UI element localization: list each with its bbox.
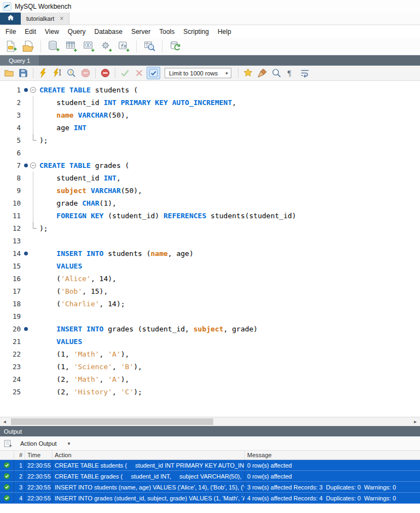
status-success-icon xyxy=(0,493,14,503)
editor-horizontal-scrollbar[interactable]: ◄ ► xyxy=(0,417,420,426)
save-script-button[interactable] xyxy=(16,67,30,79)
fold-guide-line xyxy=(33,184,33,197)
commit-button[interactable] xyxy=(118,67,132,79)
line-number: 13 xyxy=(0,237,21,245)
code-token: , xyxy=(232,98,236,107)
beautify-button[interactable] xyxy=(255,67,269,79)
execute-button[interactable] xyxy=(36,67,50,79)
menu-file[interactable]: File xyxy=(1,25,20,38)
code-token: CREATE TABLE xyxy=(39,86,91,94)
sql-editor[interactable]: 1CREATE TABLE students (2 student_id INT… xyxy=(0,81,420,417)
fold-guide-line xyxy=(33,96,33,109)
stop-on-error-button[interactable] xyxy=(98,67,112,79)
rollback-button[interactable] xyxy=(132,67,146,79)
scrollbar-track[interactable] xyxy=(9,417,411,427)
open-sql-script-button[interactable] xyxy=(20,39,36,54)
new-table-button[interactable] xyxy=(63,39,79,54)
new-function-button[interactable]: fx xyxy=(115,39,132,54)
new-schema-button[interactable] xyxy=(45,39,62,54)
code-token: subject xyxy=(194,325,224,333)
code-text: CREATE TABLE students ( xyxy=(39,86,138,94)
save-snippet-button[interactable] xyxy=(241,67,255,79)
code-token: 'Math' xyxy=(74,350,100,358)
gutter-markers xyxy=(21,235,39,247)
code-token: 'A' xyxy=(108,350,120,358)
gutter-markers xyxy=(21,272,39,285)
gutter-markers xyxy=(21,209,39,222)
code-token: students ( xyxy=(103,249,150,258)
editor-line: 16 ('Alice', 14), xyxy=(0,272,420,285)
output-row[interactable]: 222:30:55CREATE TABLE grades ( student_i… xyxy=(0,471,420,482)
query-tab-label: Query 1 xyxy=(9,57,30,64)
fold-collapse-icon[interactable] xyxy=(30,162,36,168)
output-row[interactable]: 322:30:55INSERT INTO students (name, age… xyxy=(0,482,420,493)
code-token: INT xyxy=(103,174,116,182)
code-token: grades ( xyxy=(91,161,129,170)
tab-close-icon[interactable]: × xyxy=(60,15,63,22)
wrap-text-button[interactable] xyxy=(298,67,312,79)
code-token: grades (student_id, xyxy=(103,325,193,333)
output-row[interactable]: 422:30:55INSERT INTO grades (student_id,… xyxy=(0,493,420,504)
code-text: ('Bob', 15), xyxy=(39,287,108,295)
execute-current-button[interactable] xyxy=(50,67,64,79)
code-token: 'C' xyxy=(121,388,133,396)
menu-view[interactable]: View xyxy=(40,25,63,38)
toolbar-separator xyxy=(238,68,238,78)
code-text: subject VARCHAR(50), xyxy=(39,186,142,195)
code-token: , 14), xyxy=(91,275,116,283)
stop-button[interactable] xyxy=(79,67,92,79)
search-table-data-button[interactable] xyxy=(141,39,158,54)
code-token xyxy=(39,111,56,119)
menu-database[interactable]: Database xyxy=(90,25,127,38)
menu-edit[interactable]: Edit xyxy=(20,25,40,38)
home-icon xyxy=(7,14,15,24)
scroll-right-arrow-icon[interactable]: ► xyxy=(411,419,420,424)
gutter-markers xyxy=(21,335,39,348)
editor-line: 24 (2, 'Math', 'A'), xyxy=(0,373,420,386)
menu-tools[interactable]: Tools xyxy=(155,25,179,38)
reconnect-dbms-button[interactable] xyxy=(167,39,183,54)
limit-rows-dropdown[interactable]: Limit to 1000 rows▾ xyxy=(165,68,231,78)
invisible-chars-button[interactable]: ¶ xyxy=(284,67,298,79)
menu-bar: FileEditViewQueryDatabaseServerToolsScri… xyxy=(0,25,420,38)
gutter-markers xyxy=(21,260,39,272)
code-token: CHAR xyxy=(82,199,99,207)
row-number-cell: 3 xyxy=(14,482,25,492)
gutter-markers xyxy=(21,109,39,121)
code-token: ); xyxy=(133,388,142,396)
explain-button[interactable] xyxy=(65,67,78,79)
gutter-markers xyxy=(21,147,39,159)
scroll-left-arrow-icon[interactable]: ◄ xyxy=(0,419,9,424)
menu-query[interactable]: Query xyxy=(63,25,90,38)
code-token xyxy=(39,262,56,270)
menu-server[interactable]: Server xyxy=(127,25,155,38)
connection-tab[interactable]: tutorialkart × xyxy=(21,13,69,25)
code-token: (2, xyxy=(39,375,74,383)
code-text: (2, 'History', 'C'); xyxy=(39,388,142,396)
open-file-button[interactable] xyxy=(2,67,16,79)
code-text: (1, 'Science', 'B'), xyxy=(39,363,142,371)
code-token: grade xyxy=(39,199,82,207)
new-view-button[interactable] xyxy=(80,39,97,54)
menu-help[interactable]: Help xyxy=(213,25,236,38)
line-number: 2 xyxy=(0,98,21,107)
find-button[interactable] xyxy=(270,67,283,79)
home-tab-button[interactable] xyxy=(0,13,21,25)
autocommit-button[interactable] xyxy=(147,67,160,79)
new-procedure-button[interactable] xyxy=(98,39,114,54)
editor-line: 9 subject VARCHAR(50), xyxy=(0,184,420,197)
menu-scripting[interactable]: Scripting xyxy=(179,25,213,38)
query-tab[interactable]: Query 1 xyxy=(0,55,39,66)
editor-line: 19 xyxy=(0,310,420,323)
line-number: 15 xyxy=(0,262,21,270)
new-query-tab-button[interactable] xyxy=(2,39,19,54)
output-view-selector[interactable]: Action Output ▾ xyxy=(17,439,73,448)
output-row[interactable]: 122:30:55CREATE TABLE students ( student… xyxy=(0,460,420,471)
svg-text:¶: ¶ xyxy=(288,69,291,78)
scrollbar-thumb[interactable] xyxy=(11,418,213,425)
code-token: , age) xyxy=(168,249,194,258)
fold-collapse-icon[interactable] xyxy=(30,87,36,93)
code-token: VARCHAR xyxy=(91,186,121,195)
toolbar-separator xyxy=(136,40,137,53)
code-token: , xyxy=(112,363,121,371)
